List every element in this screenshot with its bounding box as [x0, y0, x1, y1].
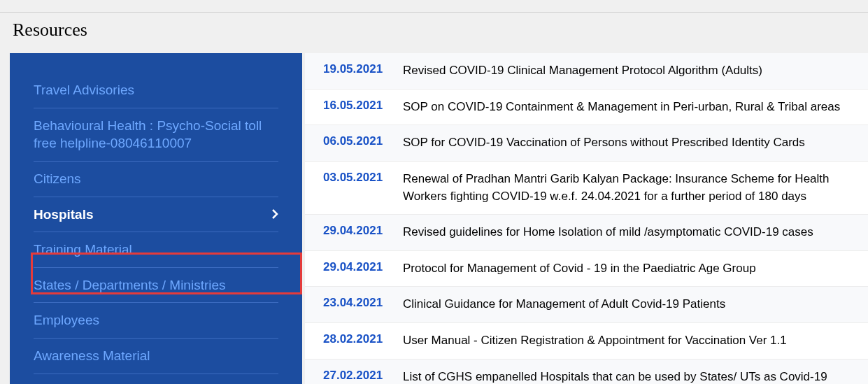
sidebar-item-5[interactable]: States / Departments / Ministries — [34, 268, 278, 304]
list-item[interactable]: 19.05.2021Revised COVID-19 Clinical Mana… — [305, 53, 868, 90]
row-title: Revised COVID-19 Clinical Management Pro… — [403, 62, 861, 80]
sidebar-item-7[interactable]: Awareness Material — [34, 339, 278, 374]
row-date: 28.02.2021 — [323, 332, 385, 346]
row-date: 23.04.2021 — [323, 296, 385, 310]
row-title: Renewal of Pradhan Mantri Garib Kalyan P… — [403, 171, 861, 205]
list-item[interactable]: 29.04.2021Revised guidelines for Home Is… — [305, 215, 868, 251]
sidebar-item-0[interactable]: Travel Advisories — [34, 73, 278, 108]
row-title: User Manual - Citizen Registration & App… — [403, 332, 861, 350]
row-title: List of CGHS empanelled Hospitals that c… — [403, 369, 861, 384]
sidebar-item-3[interactable]: Hospitals — [34, 197, 278, 233]
row-title: Protocol for Management of Covid - 19 in… — [403, 260, 861, 278]
sidebar-item-2[interactable]: Citizens — [34, 162, 278, 197]
chevron-right-icon — [271, 208, 278, 220]
row-date: 29.04.2021 — [323, 224, 385, 238]
list-item[interactable]: 27.02.2021List of CGHS empanelled Hospit… — [305, 360, 868, 384]
list-item[interactable]: 29.04.2021Protocol for Management of Cov… — [305, 251, 868, 287]
layout-container: Travel AdvisoriesBehavioural Health : Ps… — [0, 53, 868, 384]
row-title: Clinical Guidance for Management of Adul… — [403, 296, 861, 313]
sidebar-item-label: Employees — [34, 311, 105, 329]
sidebar-item-label: Behavioural Health : Psycho-Social toll … — [34, 117, 278, 152]
page-title: Resources — [13, 20, 868, 41]
sidebar-item-label: Citizens — [34, 170, 87, 188]
top-border — [0, 0, 868, 13]
sidebar-item-label: Hospitals — [34, 206, 99, 224]
list-item[interactable]: 16.05.2021SOP on COVID-19 Containment & … — [305, 90, 868, 126]
sidebar-item-label: Travel Advisories — [34, 81, 140, 99]
row-title: Revised guidelines for Home Isolation of… — [403, 224, 861, 241]
row-title: SOP on COVID-19 Containment & Management… — [403, 99, 861, 116]
row-date: 06.05.2021 — [323, 134, 385, 148]
sidebar-item-label: Training Material — [34, 241, 138, 259]
list-item[interactable]: 03.05.2021Renewal of Pradhan Mantri Gari… — [305, 162, 868, 215]
sidebar-item-1[interactable]: Behavioural Health : Psycho-Social toll … — [34, 108, 278, 162]
row-date: 19.05.2021 — [323, 62, 385, 76]
sidebar: Travel AdvisoriesBehavioural Health : Ps… — [10, 53, 302, 384]
row-date: 27.02.2021 — [323, 369, 385, 383]
sidebar-item-6[interactable]: Employees — [34, 303, 278, 339]
sidebar-item-label: States / Departments / Ministries — [34, 276, 232, 294]
sidebar-item-label: Awareness Material — [34, 347, 156, 365]
list-item[interactable]: 28.02.2021User Manual - Citizen Registra… — [305, 323, 868, 360]
row-title: SOP for COVID-19 Vaccination of Persons … — [403, 134, 861, 152]
row-date: 03.05.2021 — [323, 171, 385, 185]
row-date: 29.04.2021 — [323, 260, 385, 274]
sidebar-item-4[interactable]: Training Material — [34, 232, 278, 268]
list-item[interactable]: 06.05.2021SOP for COVID-19 Vaccination o… — [305, 125, 868, 162]
content-list: 19.05.2021Revised COVID-19 Clinical Mana… — [305, 53, 868, 384]
list-item[interactable]: 23.04.2021Clinical Guidance for Manageme… — [305, 287, 868, 323]
row-date: 16.05.2021 — [323, 99, 385, 113]
